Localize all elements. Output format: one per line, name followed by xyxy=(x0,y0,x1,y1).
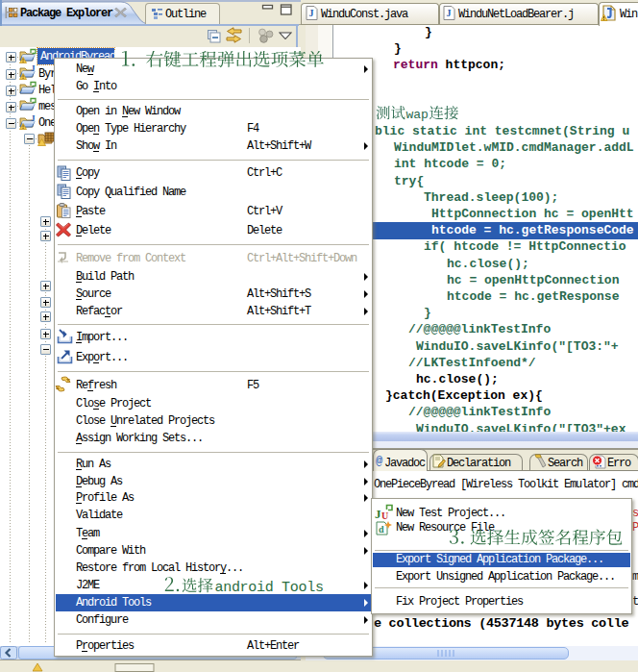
svg-text:android Tools: android Tools xyxy=(215,580,324,596)
svg-text:wap: wap xyxy=(406,108,429,122)
